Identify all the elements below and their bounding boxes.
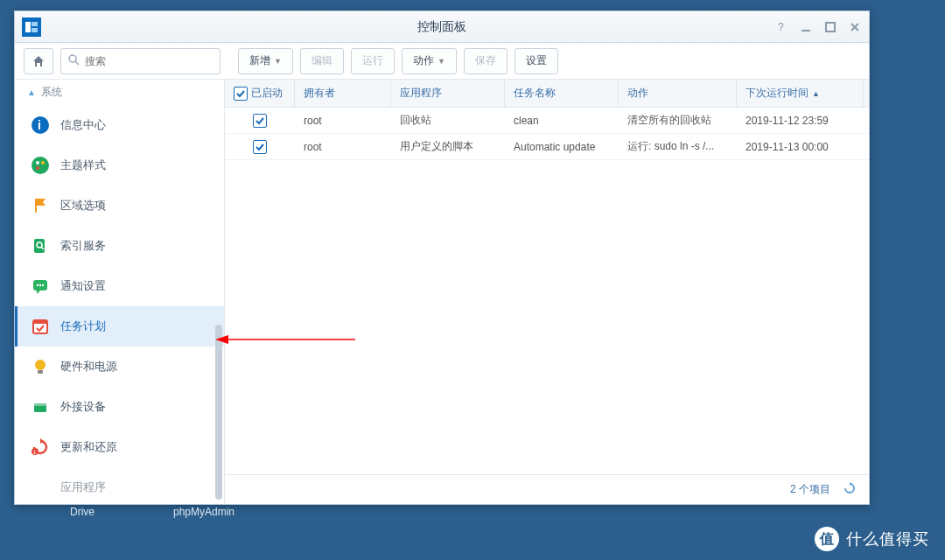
run-button[interactable]: 运行 [351,48,395,74]
cell-action: 清空所有的回收站 [619,113,737,128]
watermark-badge: 值 [815,527,839,551]
desktop-icons: Drive phpMyAdmin [70,506,234,518]
desktop-label-pma[interactable]: phpMyAdmin [173,506,234,518]
row-checkbox[interactable] [253,140,267,154]
sidebar-item-4[interactable]: 通知设置 [15,266,224,306]
sidebar-item-label: 外接设备 [60,399,106,415]
svg-point-12 [41,161,45,164]
sidebar-item-label: 任务计划 [60,318,106,334]
col-header-enabled[interactable]: 已启动 [225,80,295,107]
status-bar: 2 个项目 [225,474,869,504]
sidebar-item-0[interactable]: i信息中心 [15,105,224,145]
sidebar-item-label: 应用程序 [60,480,106,495]
help-button[interactable]: ? [774,20,788,34]
sort-asc-icon: ▲ [812,89,820,98]
search-icon [68,53,80,69]
chevron-down-icon: ▼ [438,57,445,66]
col-header-action[interactable]: 动作 [619,80,737,107]
-icon [31,478,50,497]
action-button[interactable]: 动作▼ [402,48,457,74]
svg-point-20 [39,284,41,286]
window-controls: ? [774,20,862,34]
window-title: 控制面板 [417,19,466,35]
scrollbar-thumb[interactable] [215,325,222,500]
maximize-button[interactable] [823,20,837,34]
close-button[interactable] [848,20,862,34]
cell-next: 2019-11-13 00:00 [737,141,864,153]
refresh-button[interactable] [843,481,857,498]
cell-next: 2019-11-12 23:59 [737,115,864,127]
new-button[interactable]: 新增▼ [238,48,293,74]
sidebar-item-2[interactable]: 区域选项 [15,186,224,226]
svg-text:i: i [38,118,41,132]
search-doc-icon [31,236,50,256]
svg-rect-5 [826,23,835,32]
sidebar-item-label: 硬件和电源 [60,359,117,374]
item-count: 2 个项目 [790,482,830,497]
chevron-down-icon: ▼ [274,57,282,66]
svg-rect-15 [34,239,45,253]
body: ▲ 系统 i信息中心主题样式区域选项索引服务通知设置任务计划硬件和电源外接设备1… [15,80,869,504]
svg-point-13 [36,166,39,170]
col-header-owner[interactable]: 拥有者 [295,80,391,107]
sidebar-item-6[interactable]: 硬件和电源 [15,346,224,387]
svg-point-19 [37,284,38,286]
svg-point-6 [69,55,76,62]
svg-rect-4 [802,30,810,32]
calendar-icon [31,317,50,336]
desktop-label-drive[interactable]: Drive [70,506,94,518]
cell-task: clean [505,115,619,127]
update-icon: 1 [31,438,50,457]
cell-action: 运行: sudo ln -s /... [619,139,737,154]
svg-point-10 [32,157,49,174]
sidebar-item-8[interactable]: 1更新和还原 [15,427,224,467]
sidebar-item-label: 主题样式 [60,158,106,173]
content-area: 已启动 拥有者 应用程序 任务名称 动作 下次运行时间▲ root 回收站 cl… [225,80,869,504]
table-row[interactable]: root 回收站 clean 清空所有的回收站 2019-11-12 23:59 [225,108,869,134]
row-checkbox[interactable] [253,114,267,128]
sidebar-item-label: 区域选项 [60,198,106,214]
info-icon: i [31,116,50,135]
watermark: 值 什么值得买 [815,527,929,551]
svg-rect-0 [25,22,31,32]
sidebar-item-label: 通知设置 [60,278,106,294]
svg-rect-27 [34,403,46,406]
search-field[interactable] [60,48,220,74]
sidebar-item-3[interactable]: 索引服务 [15,226,224,266]
titlebar: 控制面板 ? [15,11,869,43]
search-input[interactable] [85,55,213,67]
sidebar-item-label: 索引服务 [60,238,106,254]
save-button[interactable]: 保存 [464,48,508,74]
sidebar-item-label: 信息中心 [60,117,106,133]
svg-rect-2 [32,28,38,32]
cell-owner: root [295,115,391,127]
flag-icon [31,196,50,215]
col-header-app[interactable]: 应用程序 [391,80,505,107]
svg-line-7 [75,61,79,65]
minimize-button[interactable] [799,20,813,34]
toolbar: 新增▼ 编辑 运行 动作▼ 保存 设置 [15,43,869,80]
palette-icon [31,156,50,175]
select-all-checkbox[interactable] [234,87,248,101]
svg-point-21 [42,284,44,286]
cell-task: Automatic update [505,141,619,153]
table-header: 已启动 拥有者 应用程序 任务名称 动作 下次运行时间▲ [225,80,869,108]
sidebar-item-5[interactable]: 任务计划 [15,306,224,346]
svg-rect-23 [33,320,47,324]
chat-icon [31,276,50,296]
col-header-task[interactable]: 任务名称 [505,80,619,107]
sidebar-item-9[interactable]: 应用程序 [15,467,224,504]
col-header-next[interactable]: 下次运行时间▲ [737,80,864,107]
drive-icon [31,397,50,416]
control-panel-window: 控制面板 ? 新增▼ 编辑 运行 动作▼ 保存 设置 [14,10,870,505]
sidebar-item-7[interactable]: 外接设备 [15,387,224,427]
home-button[interactable] [24,48,53,74]
settings-button[interactable]: 设置 [514,48,558,74]
edit-button[interactable]: 编辑 [300,48,344,74]
svg-rect-1 [32,22,38,26]
app-icon [22,18,41,37]
sidebar-item-1[interactable]: 主题样式 [15,145,224,186]
watermark-text: 什么值得买 [846,528,929,550]
table-row[interactable]: root 用户定义的脚本 Automatic update 运行: sudo l… [225,134,869,160]
sidebar-group-header[interactable]: ▲ 系统 [15,80,224,105]
